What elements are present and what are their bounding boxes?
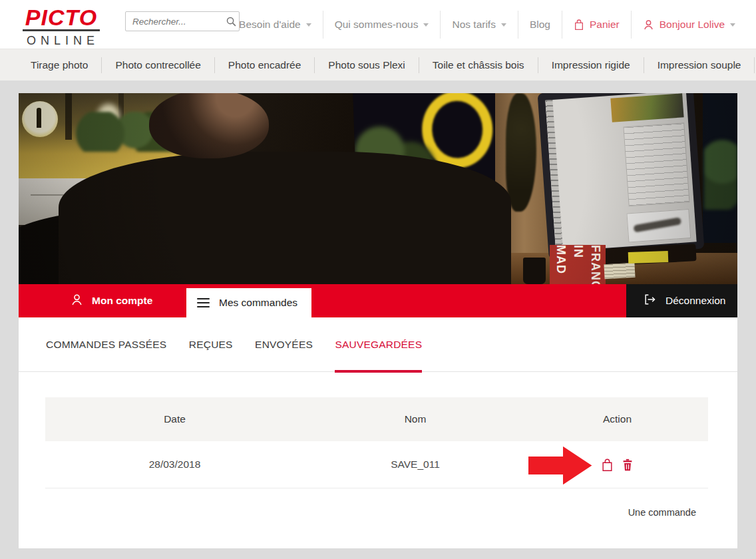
chevron-down-icon (501, 23, 506, 27)
user-icon (71, 293, 83, 309)
logo[interactable]: PICTO ONLINE (21, 6, 101, 48)
logout-button[interactable]: Déconnexion (626, 284, 737, 317)
my-account-label: Mon compte (92, 295, 152, 307)
nav-about[interactable]: Qui sommes-nous (323, 19, 441, 31)
order-tabs: COMMANDES PASSÉES REÇUES ENVOYÉES SAUVEG… (19, 317, 737, 372)
logo-online-text: ONLINE (25, 34, 101, 48)
search-box (125, 11, 240, 31)
user-icon (643, 19, 654, 31)
category-tirage-photo[interactable]: Tirage photo (17, 57, 101, 73)
category-impression-souple[interactable]: Impression souple (644, 57, 755, 73)
cart-button[interactable]: Panier (562, 19, 631, 31)
tab-recues[interactable]: REÇUES (189, 339, 233, 372)
tab-commandes-passees[interactable]: COMMANDES PASSÉES (46, 339, 166, 372)
logout-icon (643, 293, 656, 309)
add-to-cart-bag-icon[interactable] (601, 458, 614, 472)
orders-section: COMMANDES PASSÉES REÇUES ENVOYÉES SAUVEG… (19, 317, 737, 548)
delete-trash-icon[interactable] (622, 458, 634, 472)
nav-about-label: Qui sommes-nous (335, 19, 419, 31)
column-header-nom: Nom (304, 413, 526, 425)
order-name: SAVE_011 (304, 459, 526, 470)
chevron-down-icon (730, 23, 735, 27)
nav-pricing-label: Nos tarifs (452, 19, 495, 31)
shopping-bag-icon (574, 19, 584, 31)
order-actions (526, 458, 708, 472)
nav-blog[interactable]: Blog (518, 19, 562, 31)
category-photo-encadree[interactable]: Photo encadrée (214, 57, 314, 73)
account-menu[interactable]: Bonjour Lolive (632, 19, 747, 31)
tab-sauvegardees[interactable]: SAUVEGARDÉES (335, 339, 422, 372)
account-bar: Mon compte Mes commandes Déconnexion (19, 284, 737, 317)
nav-pricing[interactable]: Nos tarifs (441, 19, 517, 31)
order-date: 28/03/2018 (45, 459, 304, 470)
nav-help-label: Besoin d'aide (239, 19, 301, 31)
column-header-action: Action (526, 413, 708, 425)
orders-table: Date Nom Action 28/03/2018 SAVE_011 (45, 397, 708, 488)
table-row: 28/03/2018 SAVE_011 (45, 441, 708, 488)
hero-photo: MAD IN FRANCE (19, 93, 737, 284)
hero-vignette (19, 93, 737, 284)
content-wrapper: MAD IN FRANCE Mon compte Mes commandes (19, 93, 737, 548)
logo-picto-text: PICTO (21, 6, 101, 29)
chevron-down-icon (306, 23, 311, 27)
account-greeting: Bonjour Lolive (660, 19, 725, 31)
header-nav: Besoin d'aide Qui sommes-nous Nos tarifs… (228, 0, 747, 49)
tab-envoyees[interactable]: ENVOYÉES (255, 339, 313, 372)
column-header-date: Date (45, 413, 304, 425)
page: PICTO ONLINE Besoin d'aide Qui sommes-no… (0, 0, 756, 559)
my-orders-tab[interactable]: Mes commandes (186, 288, 311, 317)
logout-label: Déconnexion (665, 295, 725, 307)
my-account-tab[interactable]: Mon compte (71, 284, 152, 317)
table-header: Date Nom Action (45, 397, 708, 441)
category-toile-chassis-bois[interactable]: Toile et châssis bois (419, 57, 538, 73)
my-orders-label: Mes commandes (219, 297, 297, 309)
cart-label: Panier (590, 19, 620, 31)
category-impression-rigide[interactable]: Impression rigide (538, 57, 644, 73)
orders-count-label: Une commande (19, 507, 696, 518)
chevron-down-icon (423, 23, 429, 27)
list-menu-icon (197, 298, 210, 307)
nav-blog-label: Blog (530, 19, 550, 31)
category-photo-contrecollee[interactable]: Photo contrecollée (101, 57, 214, 73)
search-input[interactable] (126, 17, 223, 27)
category-nav: Tirage photo Photo contrecollée Photo en… (0, 49, 756, 81)
category-photo-sous-plexi[interactable]: Photo sous Plexi (314, 57, 418, 73)
nav-help[interactable]: Besoin d'aide (228, 19, 323, 31)
header: PICTO ONLINE Besoin d'aide Qui sommes-no… (0, 0, 756, 49)
